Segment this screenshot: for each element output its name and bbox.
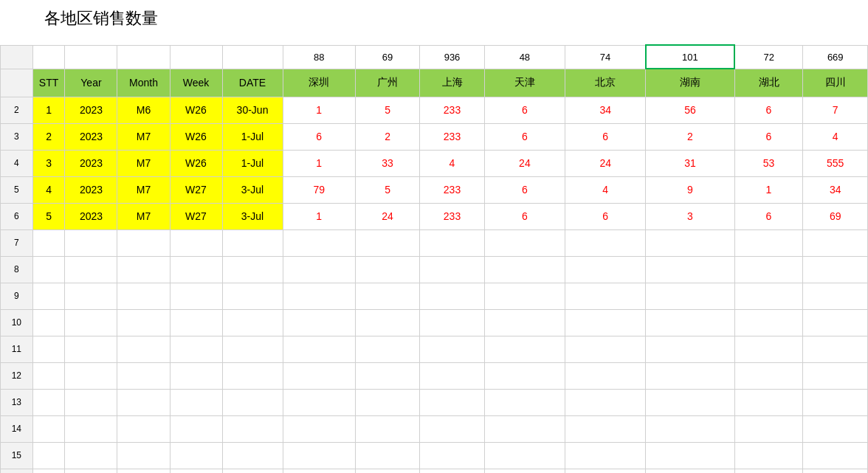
totals-shanghai: 936: [420, 45, 484, 69]
empty-cell: [734, 469, 803, 473]
cell-date: 3-Jul: [222, 176, 283, 203]
empty-cell: [565, 229, 646, 256]
row-num-empty: 14: [1, 415, 33, 442]
cell-sichuan: 69: [803, 203, 868, 229]
empty-cell: [32, 256, 65, 283]
cell-sichuan: 4: [803, 123, 868, 150]
empty-cell: [803, 362, 868, 389]
cell-year: 2023: [65, 203, 117, 229]
empty-row: 9: [1, 283, 868, 309]
empty-cell: [734, 283, 803, 309]
cell-date: 30-Jun: [222, 97, 283, 123]
totals-hunan[interactable]: 101: [646, 45, 734, 69]
empty-cell: [484, 415, 565, 442]
empty-cell: [222, 229, 283, 256]
cell-sichuan: 7: [803, 97, 868, 123]
cell-hunan: 56: [646, 97, 734, 123]
totals-row: 88 69 936 48 74 101 72 669: [1, 45, 868, 69]
cell-shenzhen: 6: [283, 123, 355, 150]
table-row: 432023M7W261-Jul133424243153555: [1, 150, 868, 176]
empty-cell: [565, 309, 646, 336]
empty-cell: [283, 256, 355, 283]
empty-cell: [420, 309, 484, 336]
cell-tianjin: 6: [484, 176, 565, 203]
empty-cell: [420, 256, 484, 283]
empty-cell: [646, 415, 734, 442]
row-num-empty: 12: [1, 362, 33, 389]
cell-beijing: 4: [565, 176, 646, 203]
empty-row: 8: [1, 256, 868, 283]
empty-cell: [170, 442, 222, 469]
totals-month: [117, 45, 170, 69]
empty-cell: [565, 415, 646, 442]
cell-guangzhou: 5: [355, 176, 419, 203]
empty-cell: [565, 442, 646, 469]
cell-stt: 3: [32, 150, 65, 176]
header-shenzhen: 深圳: [283, 69, 355, 97]
empty-row: 11: [1, 336, 868, 362]
cell-guangzhou: 5: [355, 97, 419, 123]
empty-cell: [32, 336, 65, 362]
empty-cell: [65, 309, 117, 336]
empty-cell: [222, 389, 283, 415]
empty-cell: [420, 229, 484, 256]
empty-cell: [170, 283, 222, 309]
empty-cell: [65, 389, 117, 415]
cell-stt: 4: [32, 176, 65, 203]
empty-cell: [420, 336, 484, 362]
totals-shenzhen: 88: [283, 45, 355, 69]
empty-row: 14: [1, 415, 868, 442]
empty-cell: [283, 309, 355, 336]
empty-cell: [565, 256, 646, 283]
cell-hubei: 1: [734, 176, 803, 203]
cell-shanghai: 233: [420, 97, 484, 123]
empty-cell: [420, 415, 484, 442]
empty-cell: [283, 389, 355, 415]
empty-cell: [170, 469, 222, 473]
cell-shanghai: 233: [420, 203, 484, 229]
empty-cell: [117, 469, 170, 473]
empty-cell: [170, 389, 222, 415]
cell-week: W26: [170, 97, 222, 123]
cell-month: M6: [117, 97, 170, 123]
empty-row: 13: [1, 389, 868, 415]
empty-cell: [565, 283, 646, 309]
empty-cell: [32, 309, 65, 336]
row-num-empty: 13: [1, 389, 33, 415]
row-num-empty: 8: [1, 256, 33, 283]
empty-cell: [355, 309, 419, 336]
cell-month: M7: [117, 203, 170, 229]
header-year: Year: [65, 69, 117, 97]
header-stt: STT: [32, 69, 65, 97]
header-row-num: [1, 69, 33, 97]
empty-cell: [484, 309, 565, 336]
empty-cell: [170, 309, 222, 336]
row-num-empty: 15: [1, 442, 33, 469]
cell-year: 2023: [65, 150, 117, 176]
totals-tianjin: 48: [484, 45, 565, 69]
empty-cell: [117, 389, 170, 415]
cell-month: M7: [117, 123, 170, 150]
empty-cell: [565, 362, 646, 389]
totals-year: [65, 45, 117, 69]
empty-row: 10: [1, 309, 868, 336]
empty-cell: [803, 336, 868, 362]
empty-cell: [355, 336, 419, 362]
empty-cell: [484, 389, 565, 415]
empty-cell: [420, 362, 484, 389]
row-num-empty: 10: [1, 309, 33, 336]
row-num-1: 2: [1, 97, 33, 123]
header-month: Month: [117, 69, 170, 97]
empty-cell: [32, 229, 65, 256]
table-row: 652023M7W273-Jul124233663669: [1, 203, 868, 229]
empty-cell: [803, 256, 868, 283]
header-hubei: 湖北: [734, 69, 803, 97]
empty-cell: [420, 469, 484, 473]
empty-cell: [170, 362, 222, 389]
empty-cell: [283, 362, 355, 389]
empty-cell: [355, 389, 419, 415]
cell-year: 2023: [65, 123, 117, 150]
cell-year: 2023: [65, 176, 117, 203]
empty-cell: [565, 469, 646, 473]
empty-cell: [65, 229, 117, 256]
